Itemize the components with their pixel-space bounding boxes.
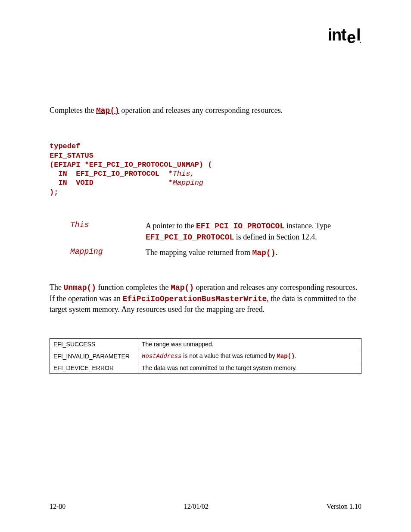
prototype-block: typedef EFI_STATUS (EFIAPI *EFI_PCI_IO_P…: [50, 142, 361, 197]
status-code: EFI_DEVICE_ERROR: [50, 362, 138, 374]
param-name-mapping: Mapping: [70, 247, 146, 256]
table-row: EFI_SUCCESS The range was unmapped.: [50, 339, 361, 350]
svg-text:l: l: [356, 27, 361, 44]
proto-link[interactable]: EFI_PCI_IO_PROTOCOL: [196, 222, 284, 230]
proto-l3: (EFIAPI *EFI_PCI_IO_PROTOCOL_UNMAP) (: [50, 161, 212, 169]
table-row: EFI_DEVICE_ERROR The data was not commit…: [50, 362, 361, 374]
status-desc: HostAddress is not a value that was retu…: [138, 350, 361, 362]
svg-text:int: int: [328, 27, 347, 44]
proto-l5a: IN VOID *: [50, 179, 173, 187]
map-ref-3: Map(): [277, 353, 295, 360]
parameters-block: This A pointer to the EFI_PCI_IO_PROTOCO…: [70, 221, 361, 259]
proto-l1: typedef: [50, 142, 80, 150]
proto-type: EFI_PCI_IO_PROTOCOL: [146, 233, 234, 242]
summary-pre: Completes the: [50, 106, 96, 115]
svg-text:e: e: [347, 28, 355, 45]
footer-date: 12/01/02: [184, 503, 209, 510]
status-desc: The data was not committed to the target…: [138, 362, 361, 374]
footer-version: Version 1.10: [327, 503, 361, 510]
summary-text: Completes the Map() operation and releas…: [50, 106, 361, 116]
table-row: EFI_INVALID_PARAMETER HostAddress is not…: [50, 350, 361, 362]
svg-point-3: [360, 42, 361, 43]
param-row: This A pointer to the EFI_PCI_IO_PROTOCO…: [70, 221, 361, 243]
summary-post: operation and releases any corresponding…: [119, 106, 283, 115]
status-table: EFI_SUCCESS The range was unmapped. EFI_…: [50, 338, 361, 374]
param-row: Mapping The mapping value returned from …: [70, 247, 361, 258]
hostaddress-ref: HostAddress: [142, 353, 181, 360]
footer-page: 12-80: [50, 503, 65, 510]
op-ref: EfiPciIoOperationBusMasterWrite: [122, 295, 267, 303]
map-ref-2: Map(): [171, 283, 194, 292]
map-link[interactable]: Map(): [96, 106, 119, 115]
status-code: EFI_SUCCESS: [50, 339, 138, 350]
param-desc-mapping: The mapping value returned from Map().: [146, 247, 361, 258]
status-desc: The range was unmapped.: [138, 339, 361, 350]
proto-l4b: This,: [173, 170, 195, 178]
param-name-this: This: [70, 221, 146, 229]
map-ref: Map(): [252, 249, 275, 257]
status-code: EFI_INVALID_PARAMETER: [50, 350, 138, 362]
proto-l6: );: [50, 188, 58, 196]
proto-l4a: IN EFI_PCI_IO_PROTOCOL *: [50, 170, 173, 178]
description-text: The Unmap() function completes the Map()…: [50, 282, 361, 314]
proto-l5b: Mapping: [173, 179, 203, 187]
intel-logo: int e l: [328, 27, 361, 45]
unmap-ref: Unmap(): [63, 283, 96, 292]
param-desc-this: A pointer to the EFI_PCI_IO_PROTOCOL ins…: [146, 221, 361, 243]
proto-l2: EFI_STATUS: [50, 152, 93, 160]
page-footer: 12-80 12/01/02 Version 1.10: [50, 503, 361, 510]
